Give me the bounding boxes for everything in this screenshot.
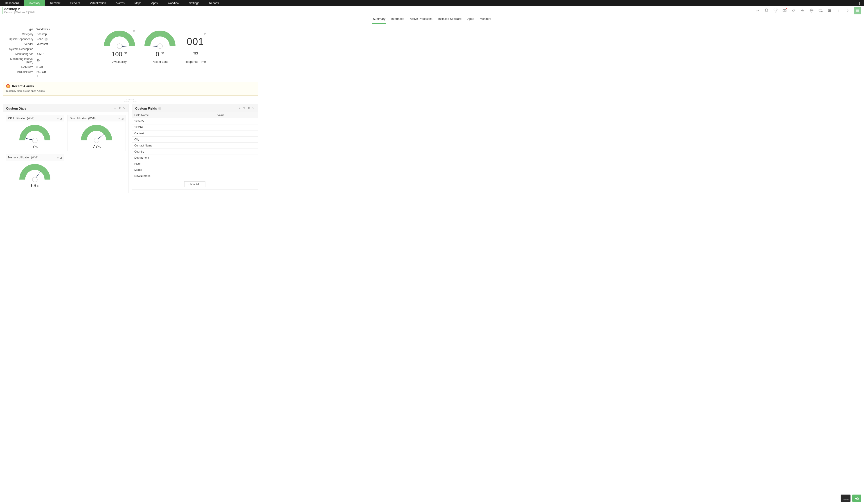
dial-tile: Memory Utilization (WMI) ⎚ ◢ 69% — [5, 154, 64, 190]
table-cell: 123435 — [132, 118, 215, 124]
spec-value: 8 GB — [36, 65, 68, 69]
nav-workflow[interactable]: Workflow — [163, 0, 184, 6]
tab-summary[interactable]: Summary — [372, 15, 386, 24]
device-header: desktop 2 Desktop | Windows 7 | WMI — [0, 6, 864, 15]
dial-config-icon[interactable]: ⎚ — [57, 117, 59, 120]
tab-installed-software[interactable]: Installed Software — [437, 15, 463, 24]
spec-value: Microsoft — [36, 43, 68, 46]
bell-alert-icon[interactable] — [764, 8, 769, 13]
nav-virtualization[interactable]: Virtualization — [85, 0, 111, 6]
svg-line-1 — [765, 9, 766, 9]
svg-line-2 — [768, 9, 768, 9]
tab-interfaces[interactable]: Interfaces — [391, 15, 405, 24]
response-settings-icon[interactable]: ⎚ — [204, 32, 206, 36]
spec-row: VendorMicrosoft — [3, 41, 68, 47]
spec-value — [36, 47, 68, 51]
menu-button[interactable] — [854, 7, 861, 14]
table-cell: Floor — [132, 161, 215, 167]
table-row[interactable]: NewNumeric — [132, 173, 257, 179]
nav-servers[interactable]: Servers — [65, 0, 85, 6]
table-cell — [215, 161, 257, 167]
collapse-fields-icon[interactable]: ⤡ — [252, 106, 254, 110]
table-cell: Country — [132, 149, 215, 155]
dial-config-icon[interactable]: ⎚ — [119, 117, 120, 120]
watermark: ◐◑◒◓www. .net — [3, 98, 258, 103]
svg-rect-4 — [776, 9, 777, 10]
table-row[interactable]: Floor — [132, 161, 257, 167]
spec-label: Vendor — [3, 43, 36, 46]
chevron-right-icon[interactable] — [845, 8, 851, 13]
nav-inventory[interactable]: Inventory — [24, 0, 45, 6]
tab-apps[interactable]: Apps — [466, 15, 475, 24]
table-row[interactable]: Contact Name — [132, 143, 257, 149]
expand-caret-icon[interactable]: ▾ — [3, 74, 72, 77]
table-row[interactable]: 123Skt — [132, 124, 257, 131]
table-cell — [215, 136, 257, 143]
tab-monitors[interactable]: Monitors — [479, 15, 492, 24]
nav-settings[interactable]: Settings — [184, 0, 204, 6]
dial-chart-icon[interactable]: ◢ — [60, 117, 62, 120]
globe-icon[interactable] — [809, 8, 815, 13]
nav-maps[interactable]: Maps — [130, 0, 146, 6]
more-menu-icon[interactable]: ⋮ — [856, 0, 862, 6]
nav-reports[interactable]: Reports — [204, 0, 224, 6]
mail-icon[interactable] — [782, 8, 788, 13]
show-all-button[interactable]: Show All... — [184, 181, 205, 187]
dial-chart-icon[interactable]: ◢ — [60, 156, 62, 159]
spec-label: Uplink Dependency — [3, 38, 36, 41]
table-row[interactable]: Model — [132, 167, 257, 173]
activity-icon[interactable] — [800, 8, 805, 13]
custom-fields-table: Field NameValue 123435123SktCabinetCityC… — [132, 112, 257, 179]
device-title: desktop 2 — [4, 7, 35, 11]
svg-rect-5 — [775, 11, 776, 12]
link-icon[interactable] — [791, 8, 796, 13]
refresh-fields-icon[interactable]: ↻ — [248, 106, 250, 110]
dial-title: CPU Utilization (WMI) — [8, 117, 34, 120]
fields-help-icon[interactable]: ? — [158, 107, 161, 110]
edit-fields-icon[interactable]: ✎ — [243, 106, 245, 110]
table-row[interactable]: Department — [132, 155, 257, 161]
spec-table: TypeWindows 7CategoryDesktopUplink Depen… — [3, 27, 72, 74]
spec-label: Hard disk size — [3, 70, 36, 74]
help-icon[interactable]: ? — [45, 38, 48, 41]
topology-icon[interactable] — [773, 8, 779, 13]
table-row[interactable]: 123435 — [132, 118, 257, 124]
spec-value: None? — [36, 38, 68, 41]
spec-row: CategoryDesktop — [3, 32, 68, 37]
table-row[interactable]: Cabinet — [132, 131, 257, 136]
table-row[interactable]: City — [132, 136, 257, 143]
terminal-icon[interactable] — [827, 8, 832, 13]
table-cell: Cabinet — [132, 131, 215, 136]
table-cell: Contact Name — [132, 143, 215, 149]
svg-point-27 — [32, 177, 37, 182]
monitor-x-icon[interactable] — [818, 8, 824, 13]
recent-alarms-panel: Recent Alarms Currently there are no ope… — [3, 82, 258, 96]
dial-tile: Disk Utilization (WMI) ⎚ ◢ 77% — [67, 115, 126, 151]
table-cell: City — [132, 136, 215, 143]
add-dial-icon[interactable]: ＋ — [113, 106, 116, 110]
table-row[interactable]: Country — [132, 149, 257, 155]
refresh-dials-icon[interactable]: ↻ — [119, 106, 121, 110]
dial-chart-icon[interactable]: ◢ — [121, 117, 123, 120]
svg-point-23 — [32, 138, 37, 143]
nav-alarms[interactable]: Alarms — [111, 0, 130, 6]
svg-line-7 — [776, 10, 777, 11]
collapse-dials-icon[interactable]: ⤡ — [123, 106, 125, 110]
nav-network[interactable]: Network — [45, 0, 65, 6]
table-cell: NewNumeric — [132, 173, 215, 179]
svg-point-19 — [117, 44, 122, 49]
add-field-icon[interactable]: ＋ — [238, 106, 241, 110]
tab-active-processes[interactable]: Active Processes — [409, 15, 433, 24]
nav-dashboard[interactable]: Dashboard — [0, 0, 24, 6]
chart-icon[interactable] — [755, 8, 760, 13]
nav-apps[interactable]: Apps — [146, 0, 163, 6]
spec-value: 30 — [36, 57, 68, 64]
table-cell — [215, 124, 257, 131]
spec-row: Hard disk size250 GB — [3, 70, 68, 74]
alarm-bell-icon — [6, 84, 10, 88]
table-cell — [215, 143, 257, 149]
dial-config-icon[interactable]: ⎚ — [57, 156, 59, 159]
table-cell — [215, 149, 257, 155]
table-cell — [215, 173, 257, 179]
chevron-left-icon[interactable] — [836, 8, 841, 13]
